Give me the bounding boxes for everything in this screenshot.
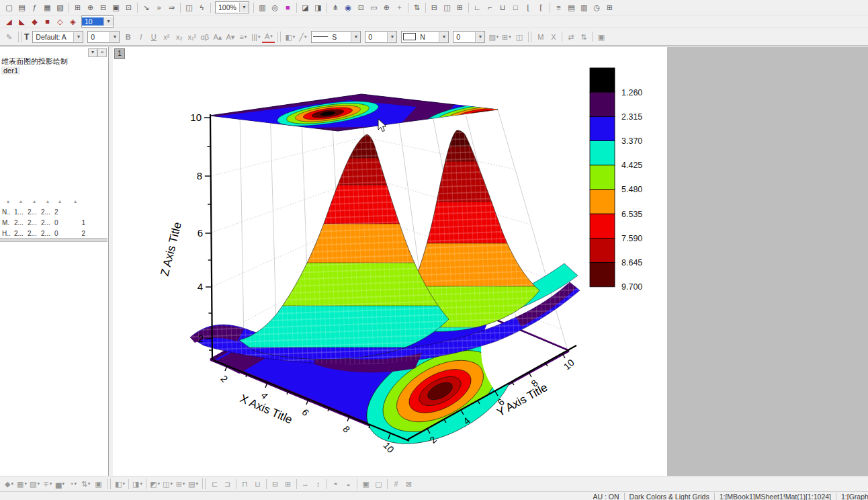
disk-object-icon[interactable]: ◩ [148,478,161,489]
folder-label[interactable]: der1 [1,67,20,75]
import-ascii-icon[interactable]: ↘ [140,2,153,13]
perspective-3d-icon[interactable]: ◈ [67,16,79,27]
split-windows-icon[interactable]: ⊞ [453,2,466,13]
cube-3d-icon[interactable]: ■ [41,16,54,27]
clock-icon[interactable]: ◷ [591,2,603,13]
border-style-combo[interactable]: N ▼ [401,31,449,43]
chevron-down-icon[interactable]: ▼ [103,17,113,26]
line-style-combo[interactable]: S ▼ [311,31,361,43]
line-color-icon[interactable]: ╱ [296,32,309,42]
org-chart-icon[interactable]: ⋔ [329,2,342,13]
print-preview-icon[interactable]: ◎ [269,2,281,13]
print-icon[interactable]: ▥ [256,2,269,13]
table-grid-icon[interactable]: ⊞ [603,2,616,13]
rotate-y-icon[interactable]: ◣ [15,16,28,27]
new-matrix-icon[interactable]: ▦ [41,2,54,13]
graph-window[interactable]: 1 [113,47,667,476]
chevron-down-icon[interactable]: ▼ [73,32,83,42]
annotation-tool-icon[interactable]: ◔ [67,478,79,489]
3d-object-icon[interactable]: ◨ [131,478,144,489]
pin-tool-icon[interactable]: ∓ [41,478,54,489]
panel-splitter[interactable] [0,238,107,242]
color-scale[interactable]: 1.260 2.315 3.370 4.425 5.480 6.535 7.59… [590,68,642,292]
align-bottom-icon[interactable]: ⊔ [251,478,264,489]
save-icon[interactable]: ▣ [110,2,122,13]
grid-style-icon[interactable]: ⊞ [500,32,513,42]
new-function-icon[interactable]: ƒ [28,2,41,13]
chevron-down-icon[interactable]: ▼ [475,32,484,42]
chevron-down-icon[interactable]: ▼ [387,32,396,42]
graph-gallery-icon[interactable]: ◉ [342,2,355,13]
line-tools-icon[interactable]: ≡ [552,2,565,13]
align-icon[interactable]: ≡ [236,32,249,42]
pointer-tool-icon[interactable]: ◆ [3,478,15,489]
rotate-step-combo[interactable]: 10 ▼ [81,15,114,28]
image-object-icon[interactable]: ▤ [187,478,200,489]
axes-box-icon[interactable]: □ [509,2,522,13]
axes-top-left-icon[interactable]: ⌐ [484,2,496,13]
table-row[interactable]: N.. 1... 2... 2... 2 [0,206,107,217]
import-wizard-icon[interactable]: ⇒ [165,2,178,13]
send-to-back-icon[interactable]: ◒ [342,478,355,489]
grid-object-icon[interactable]: ⊞ [174,478,187,489]
chevron-down-icon[interactable]: ▼ [351,32,360,42]
italic-icon[interactable]: I [134,32,147,42]
fill-color-icon[interactable]: ◧ [284,32,296,42]
palette-icon[interactable]: ◧ [114,478,126,489]
resize-alt-icon[interactable]: ⊠ [402,478,415,489]
column-list-icon[interactable]: ▥ [578,2,591,13]
sort-icon[interactable]: ▴ [41,198,54,204]
axes-bottom-left-icon[interactable]: ∟ [471,2,484,13]
layout-page-icon[interactable]: ▭ [367,2,380,13]
decrease-font-icon[interactable]: A▾ [224,32,236,42]
align-top-icon[interactable]: ⊓ [238,478,251,489]
format-painter-icon[interactable]: ✎ [3,32,15,42]
subscript-icon[interactable]: x₂ [173,32,185,42]
h-spacing-icon[interactable]: ⇄ [564,32,577,42]
sort-icon[interactable]: ▴ [28,198,41,204]
import-multiple-icon[interactable]: » [153,2,165,13]
candlestick-tool-icon[interactable]: ⇅ [79,478,92,489]
center-vertical-icon[interactable]: ⊞ [281,478,294,489]
superscript-icon[interactable]: x² [160,32,173,42]
line-width-combo[interactable]: 0 ▼ [365,31,397,43]
open-excel-icon[interactable]: ⊕ [84,2,97,13]
merge-cells-icon[interactable]: ◫ [513,32,525,42]
bring-to-front-icon[interactable]: ◓ [329,478,342,489]
greek-icon[interactable]: αβ [198,32,211,42]
master-items-icon[interactable]: M [534,32,547,42]
zoom-combo[interactable]: 100% ▼ [215,1,249,13]
font-name-combo[interactable]: Default: A ▼ [32,31,83,43]
image-tool-icon[interactable]: ▨ [28,478,41,489]
hatch-pattern-icon[interactable]: ▨ [487,32,500,42]
subsuperscript-icon[interactable]: x₁² [185,32,198,42]
group-icon[interactable]: ▣ [359,478,372,489]
chevron-down-icon[interactable]: ▼ [439,32,448,42]
cascade-windows-icon[interactable]: ◫ [441,2,453,13]
center-horizontal-icon[interactable]: ⊟ [269,478,281,489]
table-row[interactable]: M. 2... 2... 2... 0 1 [0,217,107,228]
bold-icon[interactable]: B [122,32,134,42]
open-icon[interactable]: ⊞ [71,2,84,13]
new-project-icon[interactable]: ▢ [3,2,15,13]
new-workbook-icon[interactable]: ▤ [15,2,28,13]
chevron-down-icon[interactable]: ▼ [110,32,119,42]
tile-windows-icon[interactable]: ⊟ [428,2,441,13]
v-spacing-icon[interactable]: ⇅ [577,32,590,42]
run-script-icon[interactable]: ϟ [196,2,208,13]
table-row[interactable]: H.. 2... 2... 2... 0 2 [0,228,107,239]
rotate-x-icon[interactable]: ◢ [3,16,15,27]
fit-frame-3d-icon[interactable]: ◇ [54,16,67,27]
split-view-icon[interactable]: ◨ [312,2,324,13]
mini-chart-icon[interactable]: ▅ [54,478,67,489]
exclude-icon[interactable]: X [547,32,560,42]
axes-corner-icon[interactable]: ⌊ [522,2,535,13]
align-left-icon[interactable]: ⊏ [208,478,221,489]
clipboard-tool-icon[interactable]: ▦ [15,478,28,489]
underline-icon[interactable]: U [147,32,160,42]
format-list-icon[interactable]: ▤ [565,2,578,13]
slideshow-icon[interactable]: ■ [281,2,294,13]
save-template-icon[interactable]: ⊡ [122,2,135,13]
sort-icon[interactable]: ▴ [0,198,14,204]
border-width-combo[interactable]: 0 ▼ [453,31,485,43]
